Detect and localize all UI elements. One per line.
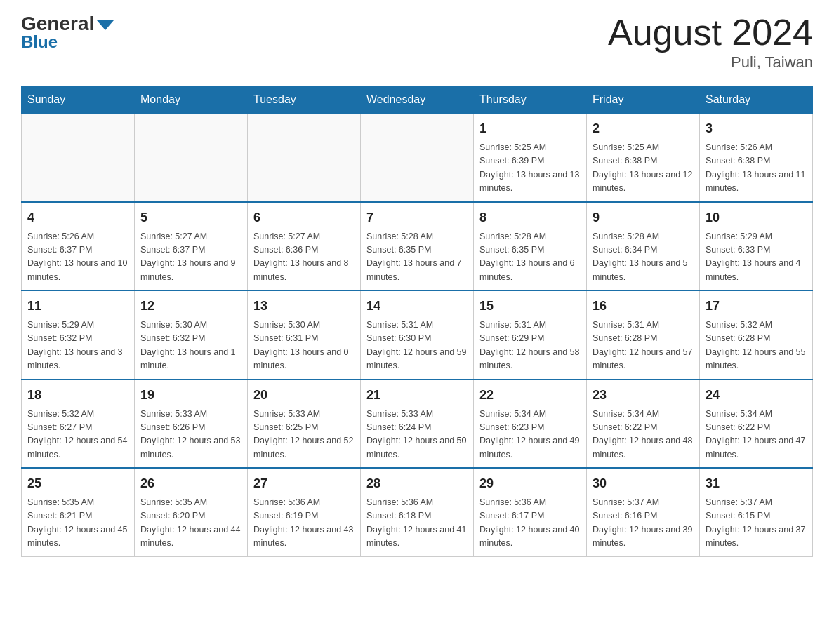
table-row: [361, 114, 474, 202]
table-row: 16Sunrise: 5:31 AMSunset: 6:28 PMDayligh…: [587, 290, 700, 380]
day-number: 21: [366, 386, 468, 405]
day-info: Sunrise: 5:34 AMSunset: 6:22 PMDaylight:…: [593, 408, 694, 462]
table-row: 30Sunrise: 5:37 AMSunset: 6:16 PMDayligh…: [587, 468, 700, 556]
day-info: Sunrise: 5:33 AMSunset: 6:24 PMDaylight:…: [366, 408, 468, 462]
day-info: Sunrise: 5:35 AMSunset: 6:21 PMDaylight:…: [27, 496, 128, 551]
day-info: Sunrise: 5:25 AMSunset: 6:39 PMDaylight:…: [479, 141, 581, 196]
day-number: 7: [366, 208, 468, 227]
day-info: Sunrise: 5:35 AMSunset: 6:20 PMDaylight:…: [140, 496, 241, 551]
day-number: 14: [366, 297, 468, 316]
col-saturday: Saturday: [700, 86, 813, 114]
day-info: Sunrise: 5:28 AMSunset: 6:34 PMDaylight:…: [593, 230, 694, 285]
page-header: General Blue August 2024 Puli, Taiwan: [21, 14, 813, 72]
table-row: 15Sunrise: 5:31 AMSunset: 6:29 PMDayligh…: [474, 290, 587, 380]
day-info: Sunrise: 5:31 AMSunset: 6:29 PMDaylight:…: [479, 318, 581, 373]
calendar-title: August 2024: [608, 14, 813, 51]
table-row: 8Sunrise: 5:28 AMSunset: 6:35 PMDaylight…: [474, 202, 587, 291]
day-number: 26: [140, 474, 241, 493]
day-info: Sunrise: 5:26 AMSunset: 6:37 PMDaylight:…: [27, 230, 128, 285]
day-number: 4: [27, 208, 128, 227]
calendar-table: Sunday Monday Tuesday Wednesday Thursday…: [21, 86, 813, 557]
logo: General Blue: [21, 14, 114, 52]
day-number: 30: [593, 474, 694, 493]
table-row: 27Sunrise: 5:36 AMSunset: 6:19 PMDayligh…: [248, 468, 361, 556]
table-row: 31Sunrise: 5:37 AMSunset: 6:15 PMDayligh…: [700, 468, 813, 556]
col-monday: Monday: [135, 86, 248, 114]
calendar-week-row: 11Sunrise: 5:29 AMSunset: 6:32 PMDayligh…: [22, 290, 813, 380]
table-row: 1Sunrise: 5:25 AMSunset: 6:39 PMDaylight…: [474, 114, 587, 202]
day-number: 3: [706, 119, 807, 138]
day-number: 16: [593, 297, 694, 316]
day-number: 27: [253, 474, 355, 493]
table-row: 19Sunrise: 5:33 AMSunset: 6:26 PMDayligh…: [135, 380, 248, 469]
day-info: Sunrise: 5:32 AMSunset: 6:28 PMDaylight:…: [706, 318, 807, 373]
table-row: 7Sunrise: 5:28 AMSunset: 6:35 PMDaylight…: [361, 202, 474, 291]
day-info: Sunrise: 5:31 AMSunset: 6:30 PMDaylight:…: [366, 318, 468, 373]
col-sunday: Sunday: [22, 86, 135, 114]
day-info: Sunrise: 5:36 AMSunset: 6:18 PMDaylight:…: [366, 496, 468, 551]
day-number: 10: [706, 208, 807, 227]
table-row: 21Sunrise: 5:33 AMSunset: 6:24 PMDayligh…: [361, 380, 474, 469]
day-number: 18: [27, 386, 128, 405]
col-tuesday: Tuesday: [248, 86, 361, 114]
logo-text: General: [21, 14, 114, 34]
day-number: 24: [706, 386, 807, 405]
day-info: Sunrise: 5:32 AMSunset: 6:27 PMDaylight:…: [27, 408, 128, 462]
day-info: Sunrise: 5:37 AMSunset: 6:15 PMDaylight:…: [706, 496, 807, 551]
logo-blue-text: Blue: [21, 32, 58, 52]
table-row: 28Sunrise: 5:36 AMSunset: 6:18 PMDayligh…: [361, 468, 474, 556]
day-number: 23: [593, 386, 694, 405]
day-info: Sunrise: 5:26 AMSunset: 6:38 PMDaylight:…: [706, 141, 807, 196]
table-row: 6Sunrise: 5:27 AMSunset: 6:36 PMDaylight…: [248, 202, 361, 291]
table-row: 13Sunrise: 5:30 AMSunset: 6:31 PMDayligh…: [248, 290, 361, 380]
day-number: 31: [706, 474, 807, 493]
day-info: Sunrise: 5:34 AMSunset: 6:23 PMDaylight:…: [479, 408, 581, 462]
table-row: [22, 114, 135, 202]
day-number: 20: [253, 386, 355, 405]
table-row: 22Sunrise: 5:34 AMSunset: 6:23 PMDayligh…: [474, 380, 587, 469]
col-thursday: Thursday: [474, 86, 587, 114]
day-number: 17: [706, 297, 807, 316]
day-number: 12: [140, 297, 241, 316]
day-info: Sunrise: 5:31 AMSunset: 6:28 PMDaylight:…: [593, 318, 694, 373]
table-row: 14Sunrise: 5:31 AMSunset: 6:30 PMDayligh…: [361, 290, 474, 380]
calendar-week-row: 18Sunrise: 5:32 AMSunset: 6:27 PMDayligh…: [22, 380, 813, 469]
day-number: 19: [140, 386, 241, 405]
day-number: 22: [479, 386, 581, 405]
day-info: Sunrise: 5:28 AMSunset: 6:35 PMDaylight:…: [479, 230, 581, 285]
table-row: 5Sunrise: 5:27 AMSunset: 6:37 PMDaylight…: [135, 202, 248, 291]
table-row: 11Sunrise: 5:29 AMSunset: 6:32 PMDayligh…: [22, 290, 135, 380]
table-row: 3Sunrise: 5:26 AMSunset: 6:38 PMDaylight…: [700, 114, 813, 202]
calendar-subtitle: Puli, Taiwan: [608, 53, 813, 72]
day-number: 13: [253, 297, 355, 316]
day-info: Sunrise: 5:28 AMSunset: 6:35 PMDaylight:…: [366, 230, 468, 285]
day-info: Sunrise: 5:36 AMSunset: 6:19 PMDaylight:…: [253, 496, 355, 551]
logo-triangle-icon: [97, 20, 114, 30]
day-number: 11: [27, 297, 128, 316]
calendar-header-row: Sunday Monday Tuesday Wednesday Thursday…: [22, 86, 813, 114]
day-number: 9: [593, 208, 694, 227]
day-info: Sunrise: 5:33 AMSunset: 6:26 PMDaylight:…: [140, 408, 241, 462]
day-info: Sunrise: 5:36 AMSunset: 6:17 PMDaylight:…: [479, 496, 581, 551]
day-number: 1: [479, 119, 581, 138]
table-row: 10Sunrise: 5:29 AMSunset: 6:33 PMDayligh…: [700, 202, 813, 291]
col-wednesday: Wednesday: [361, 86, 474, 114]
day-number: 5: [140, 208, 241, 227]
day-info: Sunrise: 5:27 AMSunset: 6:36 PMDaylight:…: [253, 230, 355, 285]
calendar-week-row: 4Sunrise: 5:26 AMSunset: 6:37 PMDaylight…: [22, 202, 813, 291]
day-number: 2: [593, 119, 694, 138]
col-friday: Friday: [587, 86, 700, 114]
day-info: Sunrise: 5:27 AMSunset: 6:37 PMDaylight:…: [140, 230, 241, 285]
table-row: 24Sunrise: 5:34 AMSunset: 6:22 PMDayligh…: [700, 380, 813, 469]
table-row: [135, 114, 248, 202]
day-info: Sunrise: 5:34 AMSunset: 6:22 PMDaylight:…: [706, 408, 807, 462]
day-number: 28: [366, 474, 468, 493]
day-info: Sunrise: 5:30 AMSunset: 6:31 PMDaylight:…: [253, 318, 355, 373]
table-row: 26Sunrise: 5:35 AMSunset: 6:20 PMDayligh…: [135, 468, 248, 556]
day-number: 15: [479, 297, 581, 316]
table-row: 9Sunrise: 5:28 AMSunset: 6:34 PMDaylight…: [587, 202, 700, 291]
table-row: 12Sunrise: 5:30 AMSunset: 6:32 PMDayligh…: [135, 290, 248, 380]
day-info: Sunrise: 5:29 AMSunset: 6:32 PMDaylight:…: [27, 318, 128, 373]
day-number: 29: [479, 474, 581, 493]
day-info: Sunrise: 5:29 AMSunset: 6:33 PMDaylight:…: [706, 230, 807, 285]
